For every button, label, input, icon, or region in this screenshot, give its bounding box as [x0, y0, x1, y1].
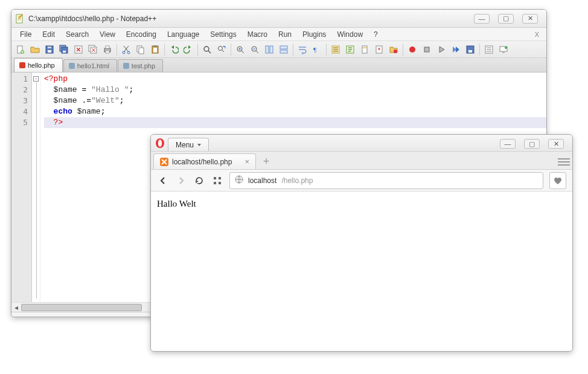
menu-plugins[interactable]: Plugins	[298, 29, 331, 40]
sync-h-icon[interactable]	[277, 43, 290, 56]
svg-rect-49	[214, 182, 216, 184]
close-all-icon[interactable]	[86, 43, 100, 56]
back-button[interactable]	[157, 175, 169, 187]
sidebar-toggle-icon[interactable]	[558, 157, 570, 167]
file-tab-test-php[interactable]: test.php	[118, 59, 163, 72]
scrollbar-thumb[interactable]	[21, 304, 142, 311]
menubar-close-x[interactable]: X	[530, 30, 543, 39]
record-macro-icon[interactable]	[406, 43, 419, 56]
svg-point-23	[219, 46, 223, 50]
menu-search[interactable]: Search	[61, 29, 94, 40]
open-file-icon[interactable]	[28, 43, 42, 56]
close-button[interactable]: ✕	[522, 14, 538, 24]
svg-rect-50	[219, 182, 221, 184]
doc-switcher-icon[interactable]	[482, 43, 496, 56]
new-tab-button[interactable]: +	[260, 155, 273, 168]
indent-guide-icon[interactable]	[329, 43, 342, 56]
redo-icon[interactable]	[182, 43, 195, 56]
notepad-window-controls: — ▢ ✕	[474, 14, 543, 24]
maximize-button[interactable]: ▢	[524, 139, 540, 149]
file-tab-label: hello.php	[28, 62, 55, 69]
forward-button[interactable]	[175, 175, 187, 187]
user-lang-icon[interactable]	[344, 43, 357, 56]
svg-rect-5	[48, 47, 51, 48]
browser-menu-button[interactable]: Menu	[168, 138, 209, 151]
line-number: 4	[11, 106, 28, 117]
zoom-out-icon[interactable]	[248, 43, 261, 56]
menu-window[interactable]: Window	[332, 29, 368, 40]
file-tab-hello-php[interactable]: hello.php	[14, 58, 63, 72]
minimize-button[interactable]: —	[474, 14, 490, 24]
page-text: Hallo Welt	[157, 199, 196, 208]
fold-column[interactable]: -	[32, 73, 40, 302]
reload-button[interactable]	[193, 175, 205, 187]
line-number: 2	[11, 85, 28, 95]
close-button[interactable]: ✕	[548, 139, 564, 149]
copy-icon[interactable]	[134, 43, 147, 56]
bookmark-button[interactable]	[549, 172, 566, 189]
browser-page-content[interactable]: Hallo Welt	[151, 192, 572, 351]
code-token: $name	[77, 107, 101, 116]
monitoring-icon[interactable]	[497, 43, 510, 56]
maximize-button[interactable]: ▢	[498, 14, 514, 24]
svg-rect-38	[424, 47, 429, 52]
menu-encoding[interactable]: Encoding	[121, 29, 161, 40]
file-tab-label: hello1.html	[77, 62, 109, 69]
new-file-icon[interactable]	[14, 43, 27, 56]
browser-titlebar[interactable]: Menu — ▢ ✕	[151, 135, 572, 152]
code-token: "Welt"	[91, 96, 120, 105]
svg-rect-33	[362, 46, 367, 53]
find-icon[interactable]	[200, 43, 214, 56]
play-macro-icon[interactable]	[435, 43, 448, 56]
notepad-titlebar[interactable]: C:\xampp\htdocs\hello.php - Notepad++ — …	[11, 10, 546, 28]
wordwrap-icon[interactable]	[296, 43, 309, 56]
menu-edit[interactable]: Edit	[37, 29, 60, 40]
doc-map-icon[interactable]	[358, 43, 371, 56]
svg-point-37	[409, 47, 415, 53]
browser-window-controls: — ▢ ✕	[500, 139, 569, 149]
menu-view[interactable]: View	[95, 29, 120, 40]
run-multi-icon[interactable]	[449, 43, 462, 56]
svg-rect-27	[270, 46, 273, 53]
site-info-icon[interactable]	[235, 175, 243, 185]
save-all-icon[interactable]	[57, 43, 71, 56]
svg-rect-4	[48, 50, 51, 53]
svg-point-36	[394, 50, 397, 53]
browser-tab[interactable]: localhost/hello.php ×	[153, 153, 256, 169]
print-icon[interactable]	[101, 43, 114, 56]
undo-icon[interactable]	[167, 43, 181, 56]
menu-macro[interactable]: Macro	[243, 29, 272, 40]
window-title: C:\xampp\htdocs\hello.php - Notepad++	[28, 15, 156, 23]
address-bar[interactable]: localhost/hello.php	[229, 172, 543, 189]
replace-icon[interactable]	[215, 43, 228, 56]
sync-v-icon[interactable]	[263, 43, 276, 56]
stop-macro-icon[interactable]	[420, 43, 433, 56]
paste-icon[interactable]	[149, 43, 162, 56]
cut-icon[interactable]	[120, 43, 133, 56]
scroll-left-icon[interactable]: ◂	[11, 303, 21, 312]
save-macro-icon[interactable]	[464, 43, 477, 56]
xampp-favicon-icon	[160, 158, 168, 166]
close-file-icon[interactable]	[72, 43, 85, 56]
fold-toggle-icon[interactable]: -	[33, 76, 39, 82]
function-list-icon[interactable]	[372, 43, 386, 56]
menu-file[interactable]: File	[15, 29, 36, 40]
code-token: echo	[54, 107, 72, 116]
tab-close-icon[interactable]: ×	[244, 157, 249, 166]
menu-settings[interactable]: Settings	[205, 29, 241, 40]
menu-run[interactable]: Run	[273, 29, 296, 40]
file-saved-icon	[69, 63, 75, 69]
browser-window: Menu — ▢ ✕ localhost/hello.php × + local…	[150, 134, 573, 352]
svg-rect-18	[139, 48, 144, 54]
folder-as-workspace-icon[interactable]	[387, 43, 400, 56]
zoom-in-icon[interactable]	[234, 43, 247, 56]
speed-dial-button[interactable]	[211, 175, 223, 187]
minimize-button[interactable]: —	[500, 139, 516, 149]
save-icon[interactable]	[43, 43, 56, 56]
file-tab-hello1-html[interactable]: hello1.html	[63, 59, 117, 72]
svg-point-22	[204, 47, 209, 51]
show-all-chars-icon[interactable]: ¶	[310, 43, 324, 56]
menu-language[interactable]: Language	[162, 29, 204, 40]
menu-help[interactable]: ?	[369, 29, 383, 40]
svg-point-45	[158, 140, 162, 147]
